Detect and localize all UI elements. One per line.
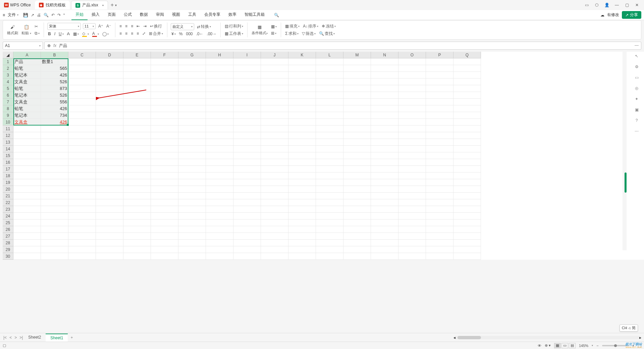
font-size-select[interactable]: 11▾ (83, 23, 96, 29)
cell-M15[interactable] (343, 152, 371, 159)
cell-M25[interactable] (343, 219, 371, 226)
cell-O9[interactable] (398, 112, 426, 119)
cell-J26[interactable] (261, 226, 288, 233)
cell-O6[interactable] (398, 92, 426, 99)
cell-B16[interactable] (41, 159, 68, 166)
cell-N23[interactable] (371, 206, 398, 213)
col-header-H[interactable]: H (206, 52, 233, 58)
cell-G1[interactable] (178, 58, 206, 65)
cell-A24[interactable] (13, 213, 41, 219)
cell-L26[interactable] (316, 226, 343, 233)
cell-E10[interactable] (123, 119, 151, 126)
maximize-button[interactable]: ▢ (624, 2, 630, 8)
select-all-corner[interactable]: ◢ (3, 52, 13, 58)
menu-tab-5[interactable]: 审阅 (152, 10, 168, 20)
cell-F11[interactable] (151, 126, 178, 132)
cell-Q22[interactable] (453, 199, 481, 206)
cell-O7[interactable] (398, 99, 426, 105)
cell-P19[interactable] (426, 179, 453, 186)
cell-K21[interactable] (288, 193, 316, 199)
cell-I2[interactable] (233, 65, 261, 72)
cell-F14[interactable] (151, 146, 178, 152)
cell-O8[interactable] (398, 105, 426, 112)
cell-I13[interactable] (233, 139, 261, 146)
cell-O12[interactable] (398, 132, 426, 139)
increase-font-button[interactable]: A⁺ (98, 23, 104, 29)
cell-H26[interactable] (206, 226, 233, 233)
cell-J22[interactable] (261, 199, 288, 206)
col-header-I[interactable]: I (233, 52, 261, 58)
cell-N29[interactable] (371, 246, 398, 253)
filter-button[interactable]: ▽ 筛选▾ (301, 31, 316, 37)
cell-F21[interactable] (151, 193, 178, 199)
row-header-19[interactable]: 19 (3, 179, 13, 186)
cell-C4[interactable] (68, 79, 96, 85)
cell-K19[interactable] (288, 179, 316, 186)
cell-C7[interactable] (68, 99, 96, 105)
cell-C20[interactable] (68, 186, 96, 193)
cell-P21[interactable] (426, 193, 453, 199)
cell-Q11[interactable] (453, 126, 481, 132)
cell-M30[interactable] (343, 253, 371, 260)
cell-D12[interactable] (96, 132, 123, 139)
cell-L23[interactable] (316, 206, 343, 213)
row-header-12[interactable]: 12 (3, 132, 13, 139)
cell-M5[interactable] (343, 85, 371, 92)
cube-icon[interactable]: ⬡ (594, 2, 600, 8)
cell-B26[interactable] (41, 226, 68, 233)
cell-H3[interactable] (206, 72, 233, 79)
cell-B21[interactable] (41, 193, 68, 199)
cell-N22[interactable] (371, 199, 398, 206)
menu-tab-3[interactable]: 公式 (120, 10, 136, 20)
tab-template[interactable]: ◆ 找稻壳模板 (35, 1, 70, 9)
cell-I5[interactable] (233, 85, 261, 92)
row-header-23[interactable]: 23 (3, 206, 13, 213)
cell-J23[interactable] (261, 206, 288, 213)
tab-more-button[interactable]: ▾ (115, 3, 117, 7)
cell-I11[interactable] (233, 126, 261, 132)
cell-O13[interactable] (398, 139, 426, 146)
menu-tab-8[interactable]: 会员专享 (200, 10, 224, 20)
cell-N17[interactable] (371, 166, 398, 172)
cell-Q1[interactable] (453, 58, 481, 65)
row-header-27[interactable]: 27 (3, 233, 13, 240)
row-header-5[interactable]: 5 (3, 85, 13, 92)
cell-I25[interactable] (233, 219, 261, 226)
col-header-C[interactable]: C (68, 52, 96, 58)
cell-A23[interactable] (13, 206, 41, 213)
cell-O2[interactable] (398, 65, 426, 72)
cell-F19[interactable] (151, 179, 178, 186)
cell-H28[interactable] (206, 240, 233, 246)
cell-D18[interactable] (96, 172, 123, 179)
percent-button[interactable]: % (178, 31, 183, 37)
cell-Q13[interactable] (453, 139, 481, 146)
cell-E29[interactable] (123, 246, 151, 253)
cell-O27[interactable] (398, 233, 426, 240)
cell-A20[interactable] (13, 186, 41, 193)
cut-button[interactable]: ✂ (34, 24, 40, 29)
cell-B28[interactable] (41, 240, 68, 246)
cell-H16[interactable] (206, 159, 233, 166)
cell-K5[interactable] (288, 85, 316, 92)
cell-J4[interactable] (261, 79, 288, 85)
cell-A26[interactable] (13, 226, 41, 233)
cell-E16[interactable] (123, 159, 151, 166)
cell-F28[interactable] (151, 240, 178, 246)
cell-D5[interactable] (96, 85, 123, 92)
cell-D23[interactable] (96, 206, 123, 213)
cell-I30[interactable] (233, 253, 261, 260)
cell-H25[interactable] (206, 219, 233, 226)
cell-N6[interactable] (371, 92, 398, 99)
cell-J24[interactable] (261, 213, 288, 219)
cond-format-button[interactable]: ▦条件格式▾ (251, 24, 268, 36)
col-header-N[interactable]: N (371, 52, 398, 58)
rail-more-icon[interactable]: ⋯ (635, 129, 639, 134)
cell-M28[interactable] (343, 240, 371, 246)
cell-M4[interactable] (343, 79, 371, 85)
tab-current-file[interactable]: S 产品.xlsx (71, 1, 108, 9)
cell-B3[interactable]: 426 (41, 72, 68, 79)
cell-K17[interactable] (288, 166, 316, 172)
cell-I20[interactable] (233, 186, 261, 193)
cell-H23[interactable] (206, 206, 233, 213)
cell-D25[interactable] (96, 219, 123, 226)
